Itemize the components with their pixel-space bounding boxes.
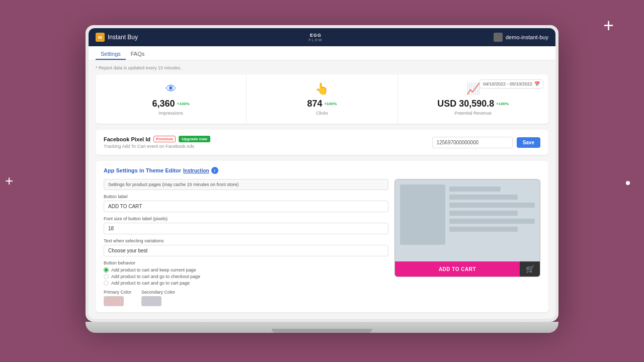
theme-editor-title: App Settings in Theme Editor Instruction… — [104, 167, 540, 174]
stat-clicks: 👆 874 +100% Clicks — [247, 74, 397, 124]
primary-color-group: Primary Color — [104, 290, 131, 306]
theme-editor-section: App Settings in Theme Editor Instruction… — [96, 161, 548, 312]
impressions-change: +100% — [177, 102, 190, 106]
tabs-bar: Settings FAQs — [89, 46, 555, 60]
secondary-color-label: Secondary Color — [141, 290, 175, 295]
screen-inner: IB Instant Buy EGG FLOW demo-instant-buy — [89, 28, 555, 319]
secondary-color-swatch[interactable] — [141, 296, 162, 306]
info-icon[interactable]: i — [211, 167, 218, 174]
variation-text-input[interactable] — [104, 245, 388, 256]
topbar: IB Instant Buy EGG FLOW demo-instant-buy — [89, 28, 555, 46]
premium-badge: Premium — [153, 136, 176, 142]
secondary-color-group: Secondary Color — [141, 290, 175, 306]
font-size-label: Font size of button label (pixels) — [104, 216, 388, 221]
preview-line-3 — [449, 203, 535, 208]
revenue-icon: 📈 — [466, 82, 480, 96]
behavior-option-1[interactable]: Add product to cart and keep current pag… — [104, 267, 388, 273]
theme-inner: Settings for product pages (may cache 15… — [104, 179, 540, 306]
settings-header: Settings for product pages (may cache 15… — [104, 179, 388, 190]
plus-icon-top-right: + — [603, 15, 614, 36]
radio-unchecked-2 — [104, 281, 109, 286]
primary-color-swatch[interactable] — [104, 296, 124, 306]
pixel-right: Save — [432, 137, 540, 148]
radio-checked — [104, 267, 109, 273]
upgrade-badge[interactable]: Upgrade now — [179, 136, 210, 142]
variation-text-label: Text when selecting variations — [104, 238, 388, 243]
dot-right — [626, 181, 630, 185]
preview-line-1 — [449, 187, 501, 192]
behavior-option-3[interactable]: Add product to cart and go to cart page — [104, 281, 388, 286]
date-picker[interactable]: 04/10/2022 - 05/10/2022 📅 — [479, 79, 543, 88]
behavior-group: Button behavior Add product to cart and … — [104, 260, 388, 286]
pixel-description: Tracking Add To Cart event on Facebook A… — [104, 144, 210, 149]
flow-logo-sub: FLOW — [308, 38, 323, 42]
behavior-option-2[interactable]: Add product to cart and go to checkout p… — [104, 274, 388, 279]
save-button[interactable]: Save — [517, 137, 540, 148]
pixel-left: Facebook Pixel Id Premium Upgrade now Tr… — [104, 136, 210, 149]
username-label: demo-instant-buy — [506, 34, 548, 40]
pixel-input[interactable] — [432, 137, 513, 148]
topbar-left: IB Instant Buy — [96, 33, 138, 42]
preview-add-to-cart-bar: ADD TO CART 🛒 — [395, 261, 540, 277]
preview-product-image — [400, 185, 445, 245]
radio-unchecked-1 — [104, 274, 109, 279]
stat-impressions: 👁 6,360 +100% Impressions — [96, 74, 247, 124]
topbar-right: demo-instant-buy — [494, 33, 548, 42]
topbar-center: EGG FLOW — [308, 33, 323, 42]
preview-product-details — [449, 185, 535, 245]
variation-text-group: Text when selecting variations — [104, 238, 388, 256]
preview-line-6 — [449, 227, 518, 232]
tab-settings[interactable]: Settings — [96, 49, 126, 60]
facebook-pixel-section: Facebook Pixel Id Premium Upgrade now Tr… — [96, 130, 548, 155]
tab-faqs[interactable]: FAQs — [126, 49, 150, 60]
preview-cart-icon: 🛒 — [520, 261, 540, 277]
report-notice: * Report data is updated every 15 minute… — [96, 65, 548, 70]
instruction-link[interactable]: Instruction — [183, 168, 209, 173]
laptop-screen: IB Instant Buy EGG FLOW demo-instant-buy — [86, 25, 558, 322]
behavior-radio-group: Add product to cart and keep current pag… — [104, 267, 388, 286]
impressions-value: 6,360 +100% — [152, 99, 190, 109]
user-avatar — [494, 33, 503, 42]
laptop-container: IB Instant Buy EGG FLOW demo-instant-buy — [86, 25, 558, 337]
clicks-icon: 👆 — [315, 82, 329, 96]
impressions-label: Impressions — [158, 111, 183, 116]
egg-flow-logo: EGG FLOW — [308, 33, 323, 42]
color-row: Primary Color Secondary Color — [104, 290, 388, 306]
pixel-title: Facebook Pixel Id Premium Upgrade now — [104, 136, 210, 142]
laptop-base — [86, 322, 558, 333]
preview-frame: ADD TO CART 🛒 — [394, 179, 540, 277]
button-label-input[interactable] — [104, 201, 388, 212]
preview-line-5 — [449, 219, 535, 224]
impressions-icon: 👁 — [166, 82, 177, 96]
clicks-change: +100% — [324, 102, 337, 106]
font-size-input[interactable] — [104, 223, 388, 234]
main-content: * Report data is updated every 15 minute… — [89, 60, 555, 319]
clicks-label: Clicks — [316, 111, 328, 116]
app-logo-icon: IB — [96, 33, 105, 42]
primary-color-label: Primary Color — [104, 290, 131, 295]
preview-line-2 — [449, 195, 518, 200]
clicks-value: 874 +100% — [307, 99, 337, 109]
button-label-label: Button label — [104, 194, 388, 199]
preview-atc-button[interactable]: ADD TO CART — [395, 261, 520, 277]
revenue-value: USD 30,590.8 +100% — [437, 99, 509, 109]
preview-content — [395, 179, 540, 250]
stats-container: 04/10/2022 - 05/10/2022 📅 👁 6,360 +100% … — [96, 74, 548, 124]
behavior-label: Button behavior — [104, 260, 388, 265]
preview-line-4 — [449, 211, 518, 216]
egg-logo-text: EGG — [310, 33, 321, 38]
date-range-text: 04/10/2022 - 05/10/2022 — [483, 81, 532, 86]
revenue-label: Potential Revenue — [455, 111, 492, 116]
theme-left: Settings for product pages (may cache 15… — [104, 179, 388, 306]
revenue-change: +100% — [496, 102, 509, 106]
button-label-group: Button label — [104, 194, 388, 212]
calendar-icon: 📅 — [534, 81, 540, 86]
font-size-group: Font size of button label (pixels) — [104, 216, 388, 234]
theme-preview: ADD TO CART 🛒 — [394, 179, 540, 306]
app-title: Instant Buy — [108, 34, 138, 41]
plus-icon-left: + — [5, 173, 13, 189]
